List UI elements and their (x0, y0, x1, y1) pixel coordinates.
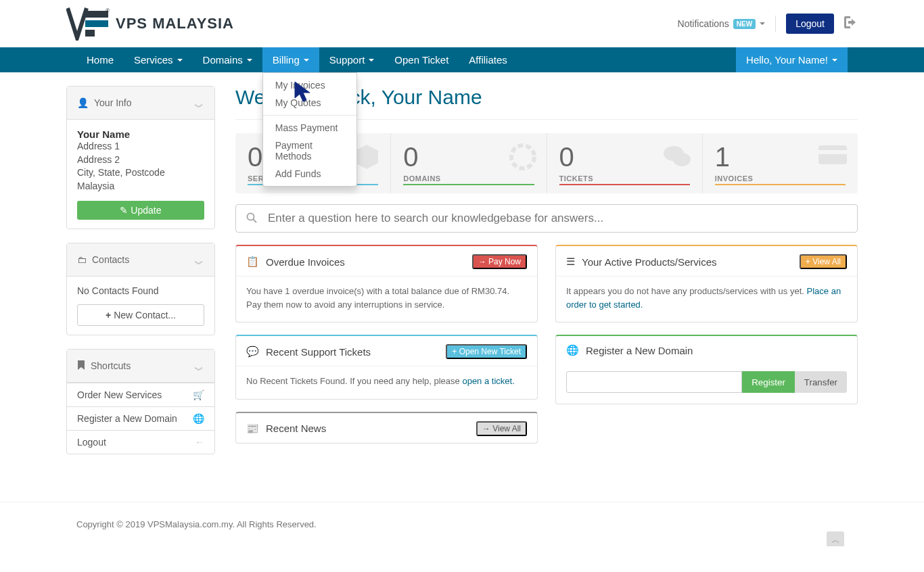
stat-invoices[interactable]: 1 INVOICES (703, 133, 858, 193)
nav-domains-label: Domains (203, 54, 243, 66)
nav-billing[interactable]: Billing (262, 47, 319, 72)
shortcut-order-services[interactable]: Order New Services🛒 (67, 383, 214, 406)
pencil-icon: ✎ (120, 205, 128, 216)
kb-search (235, 204, 858, 233)
notifications-dropdown[interactable]: Notifications NEW (678, 18, 766, 29)
back-to-top-button[interactable]: ︿ (827, 531, 844, 546)
shortcut-label: Register a New Domain (77, 413, 177, 424)
address-city: City, State, Postcode (77, 166, 204, 180)
svg-rect-0 (85, 11, 108, 18)
user-icon: 👤 (77, 97, 89, 108)
products-body: It appears you do not have any products/… (556, 277, 857, 322)
card-title-text: Your Active Products/Services (582, 256, 717, 268)
notifications-label: Notifications (678, 18, 729, 29)
overdue-invoices-card: 📋Overdue Invoices → Pay Now You have 1 o… (235, 245, 538, 323)
bookmark-icon (77, 360, 85, 372)
caret-down-icon (247, 59, 252, 62)
nav-home[interactable]: Home (76, 47, 124, 72)
nav-user-greeting[interactable]: Hello, Your Name! (736, 47, 848, 72)
billing-dropdown-menu: My Invoices My Quotes Mass Payment Payme… (262, 72, 357, 187)
contacts-panel: 🗀Contacts ⌄ No Contacts Found + New Cont… (66, 243, 215, 335)
new-contact-label: New Contact... (114, 310, 176, 320)
menu-my-quotes[interactable]: My Quotes (263, 94, 356, 112)
cart-icon: 🛒 (193, 389, 204, 400)
logout-button[interactable]: Logout (786, 14, 834, 34)
nav-support-label: Support (329, 54, 365, 66)
nav-services-label: Services (134, 54, 173, 66)
address-line-2: Address 2 (77, 153, 204, 167)
menu-payment-methods[interactable]: Payment Methods (263, 137, 356, 165)
card-title-text: Recent News (266, 423, 326, 434)
view-all-products-button[interactable]: + View All (800, 254, 847, 269)
shortcut-logout[interactable]: Logout← (67, 431, 214, 454)
menu-add-funds[interactable]: Add Funds (263, 165, 356, 183)
products-text: It appears you do not have any products/… (566, 286, 807, 296)
nav-affiliates[interactable]: Affiliates (459, 47, 517, 72)
stat-label: INVOICES (715, 174, 846, 183)
shortcuts-panel: Shortcuts ⌄ Order New Services🛒 Register… (66, 349, 215, 454)
new-badge: NEW (733, 19, 756, 29)
svg-rect-7 (818, 145, 847, 164)
open-new-ticket-button[interactable]: + Open New Ticket (446, 344, 527, 359)
svg-line-10 (253, 219, 256, 222)
shortcuts-title: Shortcuts (91, 360, 131, 371)
contacts-heading[interactable]: 🗀Contacts ⌄ (67, 243, 214, 277)
card-title-text: Overdue Invoices (266, 256, 345, 268)
svg-rect-8 (818, 150, 847, 154)
pay-now-button[interactable]: → Pay Now (472, 254, 527, 269)
stat-underline (715, 184, 846, 185)
footer-copyright: Copyright © 2019 VPSMalaysia.com.my. All… (76, 519, 317, 529)
logo[interactable]: ® VPS MALAYSIA (66, 7, 234, 41)
menu-my-invoices[interactable]: My Invoices (263, 76, 356, 94)
nav-support[interactable]: Support (319, 47, 385, 72)
nav-domains[interactable]: Domains (193, 47, 262, 72)
nav-billing-label: Billing (273, 54, 300, 66)
chevron-down-icon: ⌄ (190, 95, 208, 111)
contacts-empty: No Contacts Found (77, 285, 204, 296)
stat-tickets[interactable]: 0 TICKETS (547, 133, 703, 193)
transfer-domain-button[interactable]: Transfer (795, 371, 847, 393)
view-all-news-button[interactable]: → View All (476, 421, 527, 436)
menu-mass-payment[interactable]: Mass Payment (263, 119, 356, 137)
new-contact-button[interactable]: + New Contact... (77, 304, 204, 326)
svg-rect-1 (85, 20, 108, 27)
pay-now-label: Pay Now (488, 257, 521, 266)
caret-down-icon (760, 22, 765, 25)
chevron-down-icon: ⌄ (190, 358, 208, 374)
card-icon (817, 143, 848, 173)
list-icon: 📰 (246, 423, 259, 435)
chevron-down-icon: ⌄ (190, 252, 208, 268)
card-title-text: Recent Support Tickets (266, 346, 371, 358)
update-button[interactable]: ✎ Update (77, 201, 204, 220)
register-domain-card: 🌐Register a New Domain Register Transfer (555, 335, 858, 404)
globe-icon (509, 143, 537, 177)
arrow-left-icon: ← (195, 437, 204, 448)
address-country: Malaysia (77, 180, 204, 193)
greeting-label: Hello, Your Name! (746, 54, 828, 66)
contacts-title: Contacts (92, 254, 129, 265)
your-info-panel: 👤Your Info ⌄ Your Name Address 1 Address… (66, 86, 215, 229)
stat-underline (559, 184, 690, 185)
user-name: Your Name (77, 128, 204, 140)
recent-tickets-card: 💬Recent Support Tickets + Open New Ticke… (235, 335, 538, 400)
svg-point-4 (511, 145, 534, 168)
domain-input[interactable] (566, 371, 742, 393)
shortcuts-heading[interactable]: Shortcuts ⌄ (67, 350, 214, 383)
caret-down-icon (177, 59, 183, 62)
kb-search-input[interactable] (268, 212, 847, 225)
plus-icon: + (106, 310, 111, 320)
nav-services[interactable]: Services (124, 47, 193, 72)
signout-icon[interactable] (844, 16, 858, 32)
register-domain-button[interactable]: Register (742, 371, 795, 393)
overdue-body: You have 1 overdue invoice(s) with a tot… (236, 277, 537, 322)
caret-down-icon (832, 59, 837, 62)
brand-logo-icon: ® (66, 7, 110, 41)
your-info-heading[interactable]: 👤Your Info ⌄ (67, 87, 214, 120)
stat-domains[interactable]: 0 DOMAINS (391, 133, 547, 193)
brand-text: VPS MALAYSIA (116, 15, 234, 32)
shortcut-register-domain[interactable]: Register a New Domain🌐 (67, 407, 214, 430)
open-ticket-label: Open New Ticket (459, 347, 521, 356)
nav-open-ticket[interactable]: Open Ticket (384, 47, 459, 72)
open-ticket-link[interactable]: open a ticket. (462, 376, 514, 386)
active-products-card: ☰Your Active Products/Services + View Al… (555, 245, 858, 323)
